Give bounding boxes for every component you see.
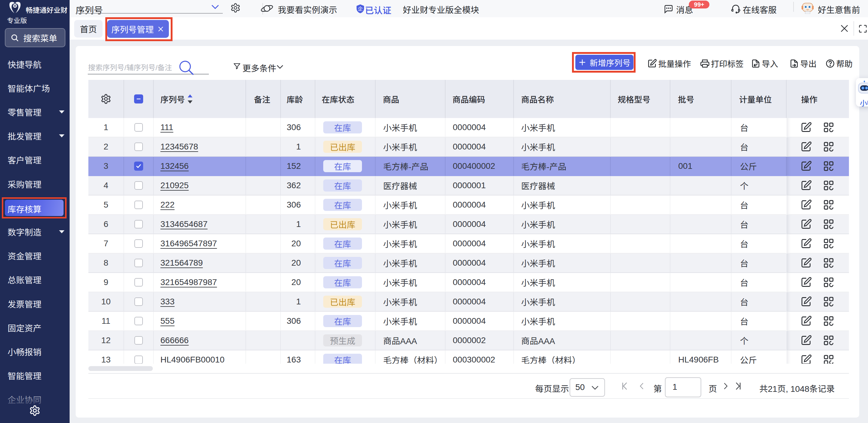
svg-text:企: 企: [358, 5, 363, 12]
